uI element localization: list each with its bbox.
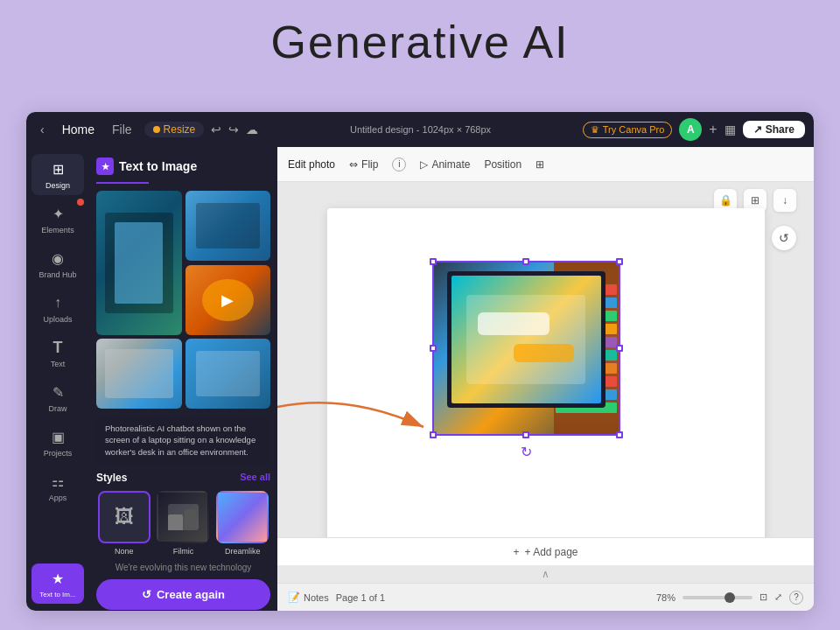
editor-area: ⊞ Design ✦ Elements ◉ Brand Hub ↑ Upload… bbox=[26, 147, 814, 611]
style-label-filmic: Filmic bbox=[173, 547, 194, 556]
sidebar-item-draw[interactable]: ✎ Draw bbox=[32, 377, 84, 418]
uploads-icon: ↑ bbox=[48, 293, 67, 312]
sidebar-item-uploads[interactable]: ↑ Uploads bbox=[32, 288, 84, 329]
sidebar-item-apps[interactable]: ⚏ Apps bbox=[32, 466, 84, 508]
cloud-save-icon: ☁ bbox=[246, 122, 258, 136]
info-toolbar-item[interactable]: i bbox=[392, 158, 406, 172]
help-btn[interactable]: ? bbox=[789, 591, 803, 605]
sidebar-item-elements[interactable]: ✦ Elements bbox=[32, 199, 84, 240]
position-label: Position bbox=[484, 158, 522, 171]
resize-label: Resize bbox=[164, 123, 196, 136]
image-thumb-desktop[interactable] bbox=[186, 191, 271, 261]
arrow-decoration bbox=[277, 366, 450, 488]
sidebar-item-design[interactable]: ⊞ Design bbox=[32, 154, 84, 195]
edit-photo-toolbar-item[interactable]: Edit photo bbox=[288, 158, 335, 171]
image-thumb-mac[interactable] bbox=[96, 339, 182, 409]
canvas-scroll[interactable]: 🔒 ⊞ ↓ ↺ bbox=[277, 182, 814, 537]
handle-bottom-left[interactable] bbox=[430, 431, 437, 438]
handle-left-mid[interactable] bbox=[430, 345, 437, 352]
style-label-none: None bbox=[115, 547, 134, 556]
add-btn[interactable]: + bbox=[709, 122, 717, 137]
chevron-up-icon: ∧ bbox=[542, 568, 550, 580]
image-grid: ▶ bbox=[96, 191, 270, 409]
crown-icon: ♛ bbox=[591, 124, 599, 136]
doc-title: Untitled design - 1024px × 768px bbox=[350, 124, 491, 135]
handle-top-left[interactable] bbox=[430, 258, 437, 265]
canvas-wrapper: 🔒 ⊞ ↓ ↺ bbox=[277, 182, 814, 583]
canvas-refresh-button[interactable]: ↺ bbox=[772, 226, 796, 250]
animate-toolbar-item[interactable]: ▷ Animate bbox=[420, 158, 470, 171]
notes-icon: 📝 bbox=[288, 592, 300, 603]
try-pro-button[interactable]: ♛ Try Canva Pro bbox=[583, 122, 673, 138]
crop-toolbar-item[interactable]: ⊞ bbox=[536, 158, 544, 171]
user-avatar[interactable]: A bbox=[679, 118, 702, 141]
panel-underline bbox=[96, 182, 149, 184]
see-all-button[interactable]: See all bbox=[240, 472, 270, 484]
icon-sidebar: ⊞ Design ✦ Elements ◉ Brand Hub ↑ Upload… bbox=[26, 147, 89, 611]
resize-dot bbox=[153, 126, 160, 133]
handle-bottom-right[interactable] bbox=[616, 431, 623, 438]
file-btn[interactable]: File bbox=[107, 121, 137, 138]
edit-photo-label: Edit photo bbox=[288, 158, 335, 171]
analytics-icon[interactable]: ▦ bbox=[724, 122, 736, 136]
zoom-level: 78% bbox=[656, 592, 676, 603]
style-dreamlike[interactable]: Dreamlike bbox=[214, 491, 270, 556]
resize-pill[interactable]: Resize bbox=[144, 122, 205, 137]
zoom-slider[interactable] bbox=[682, 596, 752, 599]
selected-image[interactable]: ↻ bbox=[432, 261, 620, 436]
create-again-button[interactable]: ↺ Create again bbox=[96, 579, 270, 610]
fullscreen-icon: ⤢ bbox=[774, 592, 782, 603]
topbar: ‹ Home File Resize ↩ ↪ ☁ Untitled design… bbox=[26, 112, 814, 147]
text-icon: T bbox=[48, 338, 67, 357]
image-icon: 🖼 bbox=[115, 506, 134, 528]
sidebar-item-brand-hub[interactable]: ◉ Brand Hub bbox=[32, 243, 84, 284]
title-area: Generative AI bbox=[0, 0, 840, 79]
zoom-thumb bbox=[724, 592, 735, 603]
handle-top-mid[interactable] bbox=[522, 258, 529, 265]
position-toolbar-item[interactable]: Position bbox=[484, 158, 522, 171]
panel-title: Text to Image bbox=[119, 159, 197, 173]
image-thumb-laptop[interactable] bbox=[96, 191, 182, 335]
rotate-handle[interactable]: ↻ bbox=[521, 444, 532, 460]
handle-right-mid[interactable] bbox=[616, 345, 623, 352]
handle-top-right[interactable] bbox=[616, 258, 623, 265]
image-thumb-blue[interactable] bbox=[186, 339, 271, 409]
flip-toolbar-item[interactable]: ⇔ Flip bbox=[349, 158, 378, 171]
redo-btn[interactable]: ↪ bbox=[228, 122, 239, 136]
tooltip-text: Photorealistic AI chatbot shown on the s… bbox=[105, 424, 256, 457]
image-thumb-orange[interactable]: ▶ bbox=[186, 265, 271, 335]
panel-header: ★ Text to Image bbox=[96, 154, 270, 182]
style-none[interactable]: 🖼 None bbox=[96, 491, 152, 556]
page-title: Generative AI bbox=[270, 17, 569, 67]
undo-btn[interactable]: ↩ bbox=[211, 122, 221, 136]
download-btn[interactable]: ↓ bbox=[774, 189, 796, 212]
apps-icon: ⚏ bbox=[48, 472, 67, 491]
fullscreen-btn[interactable]: ⤢ bbox=[774, 592, 782, 603]
sidebar-item-projects[interactable]: ▣ Projects bbox=[32, 422, 84, 463]
toolbar: Edit photo ⇔ Flip i ▷ Animate Position bbox=[277, 147, 814, 182]
sidebar-item-text[interactable]: T Text bbox=[32, 332, 84, 374]
bottom-bar: 📝 Notes Page 1 of 1 78% ⊡ bbox=[277, 583, 814, 611]
styles-header: Styles See all bbox=[96, 472, 270, 484]
page-view-btn[interactable]: ⊡ bbox=[760, 592, 767, 603]
canvas-page: ↺ bbox=[327, 208, 765, 537]
design-icon: ⊞ bbox=[48, 159, 67, 178]
home-btn[interactable]: Home bbox=[57, 121, 100, 138]
scroll-indicator: ∧ bbox=[277, 565, 814, 583]
share-button[interactable]: ↗ Share bbox=[743, 121, 805, 138]
elements-icon: ✦ bbox=[48, 204, 67, 223]
flip-label: Flip bbox=[361, 158, 378, 171]
add-page-bar[interactable]: + + Add page bbox=[277, 537, 814, 565]
info-icon: i bbox=[392, 158, 406, 172]
style-filmic[interactable]: Filmic bbox=[156, 491, 212, 556]
handle-bottom-mid[interactable] bbox=[522, 431, 529, 438]
page-background: Generative AI ‹ Home File Resize ↩ ↪ ☁ U… bbox=[0, 0, 840, 630]
notes-item[interactable]: 📝 Notes bbox=[288, 592, 329, 603]
browser-window: ‹ Home File Resize ↩ ↪ ☁ Untitled design… bbox=[26, 112, 814, 611]
style-thumb-dreamlike bbox=[216, 491, 269, 543]
style-label-dreamlike: Dreamlike bbox=[225, 547, 261, 556]
crop-icon: ⊞ bbox=[536, 158, 544, 171]
create-btn-label: Create again bbox=[157, 588, 225, 601]
back-btn[interactable]: ‹ bbox=[35, 121, 50, 138]
sidebar-item-text-to-image[interactable]: ★ Text to Im... bbox=[32, 564, 84, 604]
